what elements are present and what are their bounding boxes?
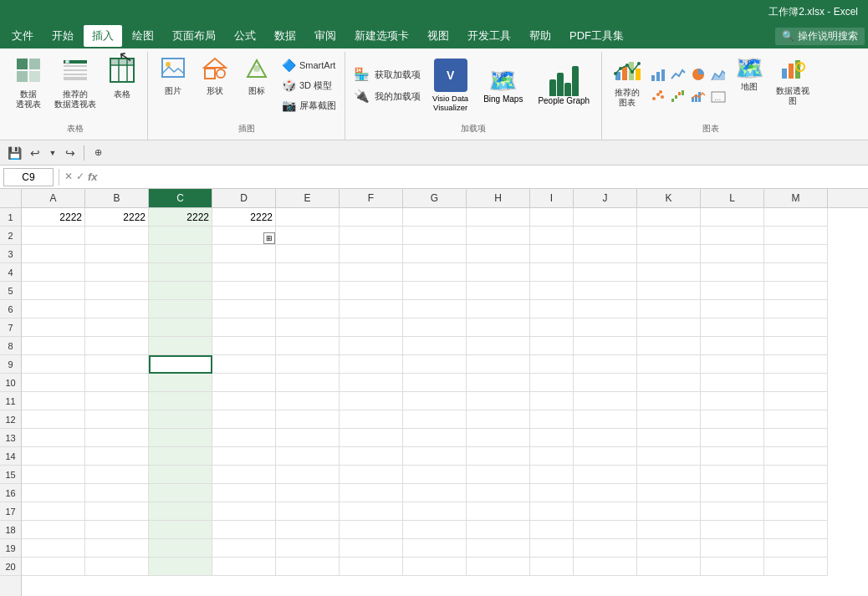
cell-D3[interactable] bbox=[212, 245, 276, 263]
cell-G10[interactable] bbox=[403, 374, 467, 392]
cell-H16[interactable] bbox=[467, 484, 530, 502]
cell-D16[interactable] bbox=[212, 484, 276, 502]
cell-E2[interactable] bbox=[276, 227, 340, 245]
cell-D10[interactable] bbox=[212, 374, 276, 392]
cell-I19[interactable] bbox=[530, 539, 574, 558]
cell-B5[interactable] bbox=[85, 282, 149, 300]
cell-G1[interactable] bbox=[403, 208, 467, 227]
cell-M4[interactable] bbox=[764, 263, 828, 282]
cell-K14[interactable] bbox=[637, 447, 701, 466]
cell-H12[interactable] bbox=[467, 410, 530, 429]
cell-E10[interactable] bbox=[276, 374, 340, 392]
cell-E5[interactable] bbox=[276, 282, 340, 300]
cell-K19[interactable] bbox=[637, 539, 701, 558]
cell-E16[interactable] bbox=[276, 484, 340, 502]
row-num-5[interactable]: 5 bbox=[0, 282, 21, 300]
cell-F14[interactable] bbox=[340, 447, 403, 466]
cell-A9[interactable] bbox=[22, 355, 85, 374]
cell-K18[interactable] bbox=[637, 521, 701, 539]
cell-L16[interactable] bbox=[701, 484, 764, 502]
cell-F9[interactable] bbox=[340, 355, 403, 374]
menu-new-tab[interactable]: 新建选项卡 bbox=[346, 25, 417, 47]
cell-F5[interactable] bbox=[340, 282, 403, 300]
waterfall-chart-button[interactable] bbox=[669, 87, 687, 105]
cell-B1[interactable]: 2222 bbox=[85, 208, 149, 227]
cell-E8[interactable] bbox=[276, 337, 340, 355]
cell-C2[interactable] bbox=[149, 227, 212, 245]
cell-D18[interactable] bbox=[212, 521, 276, 539]
row-num-10[interactable]: 10 bbox=[0, 374, 21, 392]
cell-A4[interactable] bbox=[22, 263, 85, 282]
cell-H18[interactable] bbox=[467, 521, 530, 539]
my-addins-button[interactable]: 🔌 我的加载项 bbox=[350, 87, 424, 105]
cell-L19[interactable] bbox=[701, 539, 764, 558]
cell-F4[interactable] bbox=[340, 263, 403, 282]
cell-C10[interactable] bbox=[149, 374, 212, 392]
cell-G18[interactable] bbox=[403, 521, 467, 539]
cell-G11[interactable] bbox=[403, 392, 467, 410]
cell-F17[interactable] bbox=[340, 502, 403, 521]
cell-E14[interactable] bbox=[276, 447, 340, 466]
cell-D17[interactable] bbox=[212, 502, 276, 521]
cell-F20[interactable] bbox=[340, 558, 403, 576]
cell-B12[interactable] bbox=[85, 410, 149, 429]
cell-K20[interactable] bbox=[637, 558, 701, 576]
cell-A18[interactable] bbox=[22, 521, 85, 539]
cell-L13[interactable] bbox=[701, 429, 764, 447]
cell-L20[interactable] bbox=[701, 558, 764, 576]
cell-A11[interactable] bbox=[22, 392, 85, 410]
cell-H15[interactable] bbox=[467, 466, 530, 484]
cell-D9[interactable] bbox=[212, 355, 276, 374]
cell-A20[interactable] bbox=[22, 558, 85, 576]
cell-I16[interactable] bbox=[530, 484, 574, 502]
cell-J8[interactable] bbox=[574, 337, 637, 355]
formula-input[interactable] bbox=[101, 168, 865, 186]
cell-B13[interactable] bbox=[85, 429, 149, 447]
cell-K11[interactable] bbox=[637, 392, 701, 410]
cell-B16[interactable] bbox=[85, 484, 149, 502]
cell-B7[interactable] bbox=[85, 318, 149, 337]
cell-J20[interactable] bbox=[574, 558, 637, 576]
cell-M9[interactable] bbox=[764, 355, 828, 374]
row-num-6[interactable]: 6 bbox=[0, 300, 21, 318]
cell-I15[interactable] bbox=[530, 466, 574, 484]
cell-K9[interactable] bbox=[637, 355, 701, 374]
customize-toolbar[interactable]: ⊕ bbox=[89, 144, 107, 162]
table-button[interactable]: 表格 bbox=[102, 53, 142, 117]
cell-H14[interactable] bbox=[467, 447, 530, 466]
cell-G12[interactable] bbox=[403, 410, 467, 429]
bing-maps-button[interactable]: 🗺️ Bing Maps bbox=[477, 53, 529, 117]
cell-M12[interactable] bbox=[764, 410, 828, 429]
cell-I9[interactable] bbox=[530, 355, 574, 374]
cell-I5[interactable] bbox=[530, 282, 574, 300]
cell-M10[interactable] bbox=[764, 374, 828, 392]
pie-chart-button[interactable] bbox=[689, 65, 707, 84]
cell-reference-box[interactable] bbox=[3, 168, 54, 186]
redo-button[interactable]: ↪ bbox=[61, 144, 79, 162]
col-header-E[interactable]: E bbox=[276, 189, 340, 207]
menu-page-layout[interactable]: 页面布局 bbox=[164, 25, 224, 47]
cell-C8[interactable] bbox=[149, 337, 212, 355]
cell-G5[interactable] bbox=[403, 282, 467, 300]
col-header-I[interactable]: I bbox=[530, 189, 574, 207]
cell-B14[interactable] bbox=[85, 447, 149, 466]
cell-K4[interactable] bbox=[637, 263, 701, 282]
cell-C14[interactable] bbox=[149, 447, 212, 466]
row-num-17[interactable]: 17 bbox=[0, 502, 21, 521]
cell-C1[interactable]: 2222 bbox=[149, 208, 212, 227]
col-header-G[interactable]: G bbox=[403, 189, 467, 207]
cell-J13[interactable] bbox=[574, 429, 637, 447]
cell-K10[interactable] bbox=[637, 374, 701, 392]
cell-F19[interactable] bbox=[340, 539, 403, 558]
cell-G20[interactable] bbox=[403, 558, 467, 576]
search-box[interactable]: 🔍 操作说明搜索 bbox=[775, 28, 865, 45]
cell-E4[interactable] bbox=[276, 263, 340, 282]
cell-E6[interactable] bbox=[276, 300, 340, 318]
cell-F1[interactable] bbox=[340, 208, 403, 227]
row-num-1[interactable]: 1 bbox=[0, 208, 21, 227]
cell-G16[interactable] bbox=[403, 484, 467, 502]
cell-D19[interactable] bbox=[212, 539, 276, 558]
cell-H13[interactable] bbox=[467, 429, 530, 447]
cell-I7[interactable] bbox=[530, 318, 574, 337]
smartart-button[interactable]: 🔷 SmartArt bbox=[278, 57, 340, 74]
